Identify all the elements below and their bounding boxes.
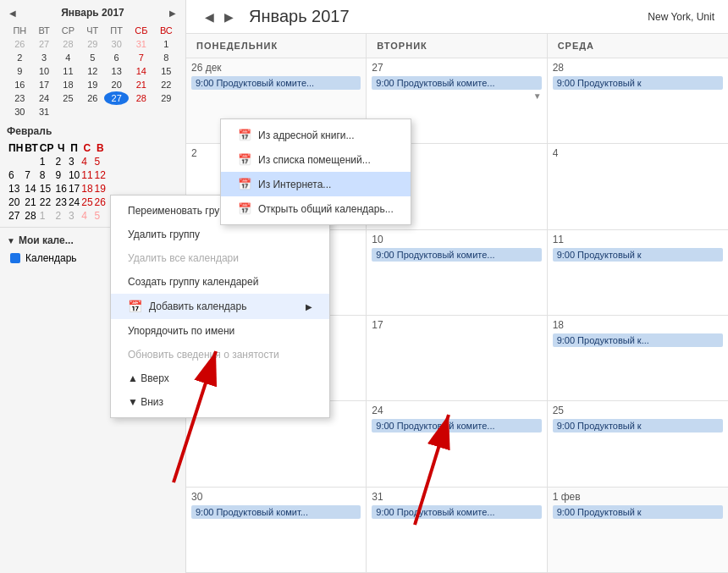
mini-cal-day[interactable] <box>25 156 38 168</box>
cal-event[interactable]: 9:00 Продуктовый комите... <box>191 76 361 90</box>
mini-cal-day[interactable]: 22 <box>154 78 179 91</box>
mini-cal-day[interactable]: 12 <box>80 64 104 78</box>
prev-month-btn[interactable]: ◀ <box>7 8 19 18</box>
cal-event[interactable]: 9:00 Продуктовый к... <box>553 333 723 347</box>
feb-mini-title[interactable]: Февраль <box>7 125 52 137</box>
mini-cal-day[interactable]: 16 <box>7 78 33 91</box>
mini-cal-day[interactable]: 28 <box>129 91 154 105</box>
mini-cal-day[interactable]: 10 <box>69 169 80 181</box>
cal-cell[interactable]: 189:00 Продуктовый к... <box>548 316 728 400</box>
mini-cal-day[interactable]: 13 <box>104 64 129 78</box>
mini-cal-day[interactable]: 28 <box>56 37 81 51</box>
mini-cal-day[interactable]: 29 <box>80 37 104 51</box>
mini-cal-day[interactable]: 24 <box>69 196 80 208</box>
mini-cal-day[interactable]: 20 <box>8 196 23 208</box>
mini-cal-day[interactable]: 7 <box>129 51 154 64</box>
mini-cal-day[interactable]: 10 <box>33 64 56 78</box>
cal-prev-btn[interactable]: ◀ <box>200 8 219 26</box>
mini-cal-day[interactable]: 28 <box>25 210 38 222</box>
mini-cal-day[interactable]: 7 <box>25 169 38 181</box>
mini-cal-day[interactable]: 11 <box>81 169 92 181</box>
mini-cal-day[interactable]: 23 <box>56 196 67 208</box>
mini-cal-day[interactable]: 13 <box>8 183 23 195</box>
mini-cal-day[interactable]: 3 <box>69 210 80 222</box>
mini-cal-day[interactable]: 23 <box>7 91 33 105</box>
mini-cal-day[interactable]: 17 <box>33 78 56 91</box>
cal-next-btn[interactable]: ▶ <box>219 8 239 26</box>
mini-cal-day[interactable]: 18 <box>56 78 81 91</box>
mini-cal-day[interactable]: 27 <box>33 37 56 51</box>
cal-event[interactable]: 9:00 Продуктовый комите... <box>372 505 541 519</box>
mini-cal-day[interactable]: 31 <box>33 105 56 118</box>
context-menu-item-3[interactable]: Создать группу календарей <box>111 270 329 294</box>
mini-cal-day[interactable]: 11 <box>56 64 81 78</box>
mini-cal-day[interactable]: 14 <box>25 183 38 195</box>
mini-cal-day[interactable]: 21 <box>129 78 154 91</box>
mini-cal-day[interactable]: 8 <box>40 169 54 181</box>
submenu-item-3[interactable]: 📅Открыть общий календарь... <box>221 196 411 221</box>
mini-cal-day[interactable]: 1 <box>154 37 179 51</box>
mini-cal-day[interactable]: 26 <box>95 196 106 208</box>
mini-cal-day[interactable]: 3 <box>69 156 80 168</box>
mini-cal-day[interactable]: 2 <box>56 156 67 168</box>
mini-cal-day[interactable]: 12 <box>95 169 106 181</box>
mini-cal-day[interactable]: 3 <box>33 51 56 64</box>
mini-cal-day[interactable]: 26 <box>7 37 33 51</box>
mini-cal-day[interactable]: 6 <box>104 51 129 64</box>
mini-cal-day[interactable]: 25 <box>81 196 92 208</box>
mini-cal-day[interactable]: 27 <box>104 91 129 105</box>
mini-cal-day[interactable]: 29 <box>154 91 179 105</box>
context-menu-item-4[interactable]: 📅Добавить календарь▶ <box>111 294 329 319</box>
mini-cal-day[interactable]: 4 <box>81 156 92 168</box>
cal-event[interactable]: 9:00 Продуктовый комите... <box>372 76 541 90</box>
cal-cell[interactable]: 109:00 Продуктовый комите... <box>367 230 547 315</box>
cal-cell[interactable]: 259:00 Продуктовый к <box>548 401 728 486</box>
mini-cal-day[interactable]: 21 <box>25 196 38 208</box>
cal-event-more[interactable]: ▼ <box>372 91 541 101</box>
cal-event[interactable]: 9:00 Продуктовый комит... <box>191 505 361 519</box>
submenu-item-0[interactable]: 📅Из адресной книги... <box>221 123 411 147</box>
cal-event[interactable]: 9:00 Продуктовый комите... <box>372 248 541 262</box>
mini-cal-day[interactable]: 1 <box>40 210 54 222</box>
jan-mini-title[interactable]: Январь 2017 <box>61 7 124 19</box>
mini-cal-day[interactable]: 15 <box>40 183 54 195</box>
mini-cal-day[interactable] <box>8 156 23 168</box>
submenu-item-1[interactable]: 📅Из списка помещений... <box>221 147 411 172</box>
cal-cell[interactable]: 319:00 Продуктовый комите... <box>367 488 547 572</box>
cal-event[interactable]: 9:00 Продуктовый к <box>553 76 723 90</box>
mini-cal-day[interactable]: 14 <box>129 64 154 78</box>
mini-cal-day[interactable]: 4 <box>81 210 92 222</box>
mini-cal-day[interactable]: 17 <box>69 183 80 195</box>
mini-cal-day[interactable]: 4 <box>56 51 81 64</box>
cal-event[interactable]: 9:00 Продуктовый комите... <box>372 419 541 433</box>
mini-cal-day[interactable]: 30 <box>7 105 33 118</box>
mini-cal-day[interactable]: 5 <box>95 210 106 222</box>
mini-cal-day[interactable]: 9 <box>56 169 67 181</box>
cal-cell[interactable]: 119:00 Продуктовый к <box>548 230 728 315</box>
mini-cal-day[interactable]: 27 <box>8 210 23 222</box>
mini-cal-day[interactable]: 6 <box>8 169 23 181</box>
mini-cal-day[interactable]: 5 <box>80 51 104 64</box>
mini-cal-day[interactable]: 19 <box>95 183 106 195</box>
mini-cal-day[interactable]: 5 <box>95 156 106 168</box>
cal-cell[interactable]: 1 фев9:00 Продуктовый к <box>548 488 728 572</box>
mini-cal-day[interactable]: 9 <box>7 64 33 78</box>
mini-cal-day[interactable]: 26 <box>80 91 104 105</box>
mini-cal-day[interactable]: 2 <box>56 210 67 222</box>
cal-cell[interactable]: 289:00 Продуктовый к <box>548 58 728 143</box>
context-menu-item-8[interactable]: ▼ Вниз <box>111 390 329 414</box>
cal-cell[interactable]: 4 <box>548 144 728 229</box>
cal-cell[interactable]: 309:00 Продуктовый комит... <box>186 488 367 572</box>
cal-event[interactable]: 9:00 Продуктовый к <box>553 248 723 262</box>
mini-cal-day[interactable]: 31 <box>129 37 154 51</box>
mini-cal-day[interactable]: 18 <box>81 183 92 195</box>
mini-cal-day[interactable]: 20 <box>104 78 129 91</box>
next-month-btn[interactable]: ▶ <box>167 8 179 18</box>
mini-cal-day[interactable]: 22 <box>40 196 54 208</box>
mini-cal-day[interactable]: 30 <box>104 37 129 51</box>
mini-cal-day[interactable]: 16 <box>56 183 67 195</box>
mini-cal-day[interactable]: 19 <box>80 78 104 91</box>
mini-cal-day[interactable]: 8 <box>154 51 179 64</box>
mini-cal-day[interactable]: 15 <box>154 64 179 78</box>
context-menu-item-5[interactable]: Упорядочить по имени <box>111 319 329 343</box>
